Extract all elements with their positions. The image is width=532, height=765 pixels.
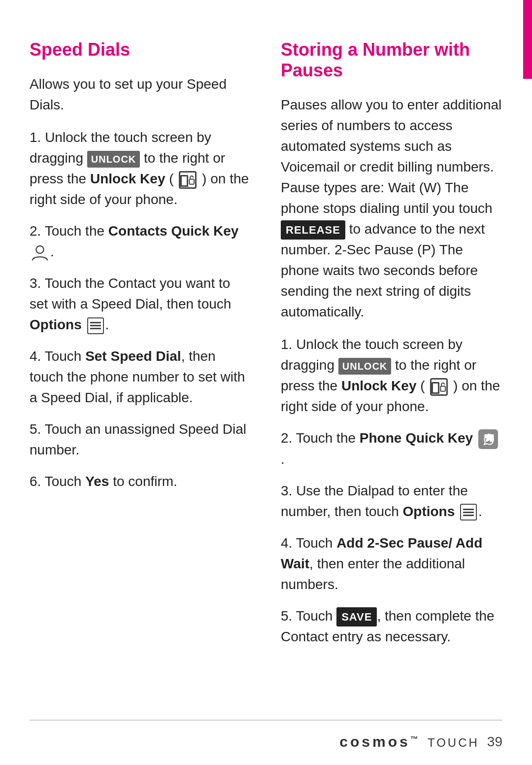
step-number: 5. Touch an unassigned Speed Dial number… [30,421,246,457]
unlock-key-icon [179,171,197,189]
list-item: 5. Touch an unassigned Speed Dial number… [30,419,251,460]
list-item: 3. Use the Dialpad to enter the number, … [281,481,502,522]
list-item: 6. Touch Yes to confirm. [30,471,251,492]
list-item: 2. Touch the Contacts Quick Key . [30,221,251,262]
storing-intro: Pauses allow you to enter additional ser… [281,95,502,322]
step-number: 2. Touch the Contacts Quick Key . [30,223,238,259]
footer: cosmos™ TOUCH 39 [0,733,532,750]
step-number: 3. Use the Dialpad to enter the number, … [281,483,482,519]
list-item: 3. Touch the Contact you want to set wit… [30,273,251,335]
unlock-badge-2: UNLOCK [338,358,392,375]
speed-dials-list: 1. Unlock the touch screen by dragging U… [30,127,251,492]
options-icon [87,317,104,334]
step-number: 4. Touch Set Speed Dial, then touch the … [30,348,245,405]
list-item: 1. Unlock the touch screen by dragging U… [30,127,251,210]
step-number: 5. Touch SAVE, then complete the Contact… [281,608,495,644]
list-item: 1. Unlock the touch screen by dragging U… [281,334,502,417]
options-icon-2 [460,504,477,521]
list-item: 4. Touch Set Speed Dial, then touch the … [30,346,251,408]
contacts-icon [31,243,49,262]
svg-rect-2 [440,386,445,391]
release-badge: RELEASE [281,220,345,240]
unlock-key-icon-2 [430,378,448,396]
step-number: 1. Unlock the touch screen by dragging U… [281,337,500,414]
step-number: 1. Unlock the touch screen by dragging U… [30,130,249,207]
list-item: 5. Touch SAVE, then complete the Contact… [281,606,502,647]
step-number: 4. Touch Add 2-Sec Pause/ Add Wait, then… [281,535,482,592]
list-item: 4. Touch Add 2-Sec Pause/ Add Wait, then… [281,533,502,595]
phone-quick-key-icon [478,429,498,449]
storing-heading: Storing a Number with Pauses [281,39,502,81]
save-badge: SAVE [336,607,377,626]
speed-dials-heading: Speed Dials [30,39,251,60]
accent-bar [523,0,532,79]
step-number: 3. Touch the Contact you want to set wit… [30,276,231,332]
right-column: Storing a Number with Pauses Pauses allo… [281,39,502,658]
cosmos-logo: cosmos [339,733,410,750]
page-container: Speed Dials Allows you to set up your Sp… [0,0,532,765]
list-item: 2. Touch the Phone Quick Key . [281,428,502,470]
step-number: 2. Touch the Phone Quick Key . [281,430,499,467]
svg-point-1 [36,245,43,253]
columns: Speed Dials Allows you to set up your Sp… [30,39,502,658]
product-name: TOUCH [423,736,479,749]
storing-list: 1. Unlock the touch screen by dragging U… [281,334,502,647]
trade-mark: ™ [410,735,420,743]
brand-text: cosmos™ TOUCH [339,733,479,750]
bottom-divider [30,720,502,721]
unlock-badge: UNLOCK [87,151,140,168]
speed-dials-intro: Allows you to set up your Speed Dials. [30,74,251,115]
svg-rect-0 [189,179,194,184]
left-column: Speed Dials Allows you to set up your Sp… [30,39,251,658]
step-number: 6. Touch Yes to confirm. [30,474,177,489]
page-number: 39 [487,734,502,750]
